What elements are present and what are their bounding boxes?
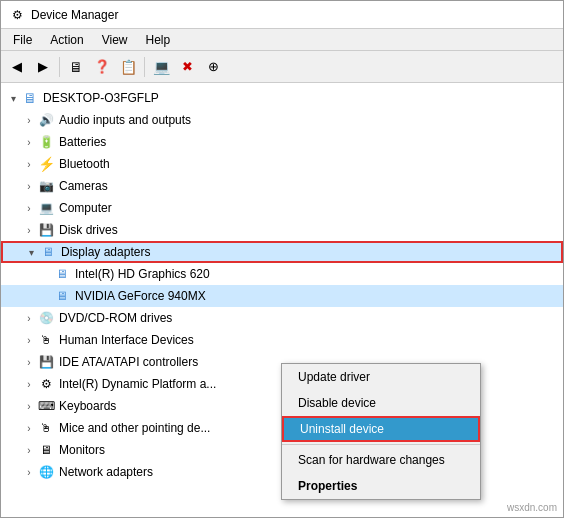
nvidia-label: NVIDIA GeForce 940MX [75,289,206,303]
watermark: wsxdn.com [507,502,557,513]
cameras-icon: 📷 [37,177,55,195]
intel-platform-icon: ⚙ [37,375,55,393]
nvidia-icon: 🖥 [53,287,71,305]
ide-expand-icon: › [21,354,37,370]
batteries-icon: 🔋 [37,133,55,151]
menu-bar: File Action View Help [1,29,563,51]
tree-item-disk[interactable]: › 💾 Disk drives [1,219,563,241]
tree-item-dvd[interactable]: › 💿 DVD/CD-ROM drives [1,307,563,329]
context-menu: Update driver Disable device Uninstall d… [281,363,481,500]
display-label: Display adapters [61,245,150,259]
toolbar-computer-icon[interactable]: 🖥 [64,55,88,79]
network-icon: 🌐 [37,463,55,481]
tree-item-nvidia[interactable]: › 🖥 NVIDIA GeForce 940MX [1,285,563,307]
dvd-label: DVD/CD-ROM drives [59,311,172,325]
tree-item-cameras[interactable]: › 📷 Cameras [1,175,563,197]
main-content: ▾ 🖥 DESKTOP-O3FGFLP › 🔊 Audio inputs and… [1,83,563,517]
disk-label: Disk drives [59,223,118,237]
ctx-update-driver[interactable]: Update driver [282,364,480,390]
toolbar-device-icon[interactable]: 💻 [149,55,173,79]
toolbar-help-icon[interactable]: ❓ [90,55,114,79]
mice-expand-icon: › [21,420,37,436]
mice-label: Mice and other pointing de... [59,421,210,435]
hd620-label: Intel(R) HD Graphics 620 [75,267,210,281]
network-expand-icon: › [21,464,37,480]
menu-view[interactable]: View [94,31,136,49]
tree-item-hd620[interactable]: › 🖥 Intel(R) HD Graphics 620 [1,263,563,285]
device-tree[interactable]: ▾ 🖥 DESKTOP-O3FGFLP › 🔊 Audio inputs and… [1,83,563,517]
display-icon: 🖥 [39,243,57,261]
ctx-properties[interactable]: Properties [282,473,480,499]
keyboards-label: Keyboards [59,399,116,413]
title-bar-title: Device Manager [31,8,118,22]
audio-expand-icon: › [21,112,37,128]
ctx-uninstall-device[interactable]: Uninstall device [282,416,480,442]
intel-platform-expand-icon: › [21,376,37,392]
computer-icon: 💻 [37,199,55,217]
batteries-label: Batteries [59,135,106,149]
tree-item-bluetooth[interactable]: › ⚡ Bluetooth [1,153,563,175]
hd620-expand-placeholder: › [37,266,53,282]
disk-expand-icon: › [21,222,37,238]
toolbar-refresh-icon[interactable]: ⊕ [201,55,225,79]
audio-label: Audio inputs and outputs [59,113,191,127]
hid-label: Human Interface Devices [59,333,194,347]
bluetooth-expand-icon: › [21,156,37,172]
computer-expand-icon: › [21,200,37,216]
audio-icon: 🔊 [37,111,55,129]
ide-icon: 💾 [37,353,55,371]
menu-help[interactable]: Help [138,31,179,49]
monitors-icon: 🖥 [37,441,55,459]
nvidia-expand-placeholder: › [37,288,53,304]
bluetooth-icon: ⚡ [37,155,55,173]
menu-file[interactable]: File [5,31,40,49]
intel-platform-label: Intel(R) Dynamic Platform a... [59,377,216,391]
keyboards-expand-icon: › [21,398,37,414]
title-bar-icon: ⚙ [9,7,25,23]
device-manager-window: ⚙ Device Manager File Action View Help ◀… [0,0,564,518]
monitors-label: Monitors [59,443,105,457]
tree-item-computer[interactable]: › 💻 Computer [1,197,563,219]
cameras-label: Cameras [59,179,108,193]
ctx-disable-device[interactable]: Disable device [282,390,480,416]
dvd-expand-icon: › [21,310,37,326]
disk-icon: 💾 [37,221,55,239]
root-label: DESKTOP-O3FGFLP [43,91,159,105]
bluetooth-label: Bluetooth [59,157,110,171]
toolbar-delete-icon[interactable]: ✖ [175,55,199,79]
title-bar: ⚙ Device Manager [1,1,563,29]
tree-root[interactable]: ▾ 🖥 DESKTOP-O3FGFLP [1,87,563,109]
toolbar-separator-1 [59,57,60,77]
tree-item-batteries[interactable]: › 🔋 Batteries [1,131,563,153]
ide-label: IDE ATA/ATAPI controllers [59,355,198,369]
ctx-separator [282,444,480,445]
keyboards-icon: ⌨ [37,397,55,415]
forward-button[interactable]: ▶ [31,55,55,79]
toolbar-screen-icon[interactable]: 📋 [116,55,140,79]
network-label: Network adapters [59,465,153,479]
tree-item-hid[interactable]: › 🖱 Human Interface Devices [1,329,563,351]
dvd-icon: 💿 [37,309,55,327]
ctx-scan-changes[interactable]: Scan for hardware changes [282,447,480,473]
mice-icon: 🖱 [37,419,55,437]
hid-expand-icon: › [21,332,37,348]
display-expand-icon: ▾ [23,244,39,260]
hd620-icon: 🖥 [53,265,71,283]
batteries-expand-icon: › [21,134,37,150]
menu-action[interactable]: Action [42,31,91,49]
back-button[interactable]: ◀ [5,55,29,79]
toolbar-separator-2 [144,57,145,77]
tree-item-display[interactable]: ▾ 🖥 Display adapters [1,241,563,263]
tree-item-audio[interactable]: › 🔊 Audio inputs and outputs [1,109,563,131]
hid-icon: 🖱 [37,331,55,349]
monitors-expand-icon: › [21,442,37,458]
computer-label: Computer [59,201,112,215]
root-expand-icon: ▾ [5,90,21,106]
cameras-expand-icon: › [21,178,37,194]
root-computer-icon: 🖥 [21,89,39,107]
toolbar: ◀ ▶ 🖥 ❓ 📋 💻 ✖ ⊕ [1,51,563,83]
